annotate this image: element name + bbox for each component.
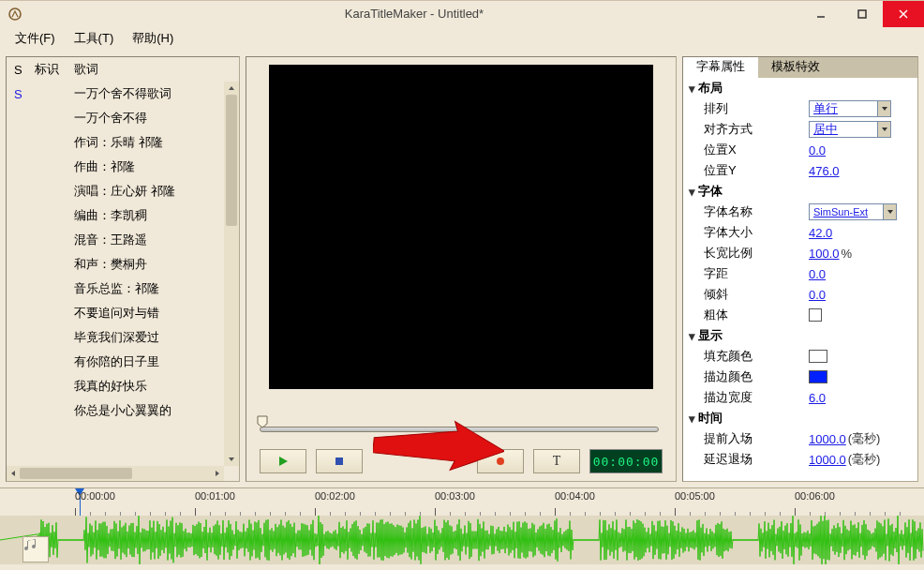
- scroll-thumb[interactable]: [20, 468, 132, 479]
- lyrics-row[interactable]: 有你陪的日子里: [7, 350, 224, 374]
- waveform[interactable]: [0, 516, 924, 564]
- prop-group-font[interactable]: ▾字体: [683, 181, 917, 202]
- audio-track-icon[interactable]: [22, 536, 49, 562]
- minimize-button[interactable]: [800, 1, 842, 27]
- lyrics-row[interactable]: 我真的好快乐: [7, 374, 224, 398]
- font-bold-checkbox[interactable]: [809, 308, 822, 322]
- record-icon: [495, 456, 506, 467]
- video-preview[interactable]: [269, 65, 653, 389]
- lyrics-header: S 标识 歌词: [7, 57, 239, 82]
- title-bar: KaraTitleMaker - Untitled*: [0, 0, 924, 26]
- record-button[interactable]: [477, 449, 524, 473]
- maximize-button[interactable]: [842, 1, 883, 27]
- lyrics-col-mark[interactable]: 标识: [35, 61, 74, 78]
- svg-point-6: [497, 458, 504, 465]
- scroll-up-arrow-icon[interactable]: [224, 82, 239, 95]
- lyrics-row[interactable]: 音乐总监：祁隆: [7, 277, 224, 301]
- font-size-value[interactable]: 42.0: [809, 226, 832, 240]
- stop-button[interactable]: [316, 449, 363, 473]
- lyrics-list[interactable]: S一万个舍不得歌词一万个舍不得作词：乐晴 祁隆作曲：祁隆演唱：庄心妍 祁隆编曲：…: [7, 82, 239, 481]
- time-delay-value[interactable]: 1000.0: [809, 453, 846, 467]
- menu-file[interactable]: 文件(F): [6, 26, 65, 51]
- lyrics-row[interactable]: 你总是小心翼翼的: [7, 398, 224, 423]
- svg-rect-2: [858, 10, 866, 18]
- lyrics-row[interactable]: S一万个舍不得歌词: [7, 82, 224, 106]
- menu-help[interactable]: 帮助(H): [123, 26, 183, 51]
- text-icon: T: [553, 454, 561, 469]
- app-icon: [7, 7, 22, 22]
- preview-panel: T 00:00:00: [246, 56, 677, 482]
- tab-template-fx[interactable]: 模板特效: [758, 57, 833, 78]
- collapse-icon[interactable]: ▾: [685, 329, 698, 343]
- arrange-select[interactable]: 单行: [809, 100, 891, 117]
- lyrics-row[interactable]: 作曲：祁隆: [7, 155, 224, 179]
- prop-label: 对齐方式: [704, 121, 809, 138]
- lyrics-row[interactable]: 和声：樊桐舟: [7, 252, 224, 277]
- properties-panel: 字幕属性 模板特效 ▾布局 排列 单行 对齐方式 居中 位置X0.0 位置Y47…: [682, 56, 918, 482]
- play-icon: [277, 456, 289, 467]
- lyrics-row[interactable]: 不要追问对与错: [7, 301, 224, 325]
- prop-label: 字体名称: [704, 203, 809, 220]
- prop-label: 描边宽度: [704, 389, 809, 406]
- prop-label: 延迟退场: [704, 451, 809, 468]
- lyrics-scrollbar-vertical[interactable]: [224, 82, 239, 466]
- time-lead-value[interactable]: 1000.0: [809, 432, 846, 446]
- menu-tools[interactable]: 工具(T): [65, 26, 124, 51]
- lyrics-row[interactable]: 一万个舍不得: [7, 106, 224, 130]
- chevron-down-icon[interactable]: [883, 204, 896, 219]
- collapse-icon[interactable]: ▾: [685, 412, 698, 426]
- close-button[interactable]: [883, 1, 924, 27]
- properties-body[interactable]: ▾布局 排列 单行 对齐方式 居中 位置X0.0 位置Y476.0 ▾字体 字体…: [683, 78, 917, 481]
- window-title: KaraTitleMaker - Untitled*: [28, 7, 800, 21]
- playback-controls: T 00:00:00: [256, 449, 666, 475]
- tab-subtitle-props[interactable]: 字幕属性: [683, 57, 758, 78]
- posy-value[interactable]: 476.0: [809, 164, 840, 178]
- font-spacing-value[interactable]: 0.0: [809, 267, 826, 281]
- posx-value[interactable]: 0.0: [809, 143, 826, 158]
- chevron-down-icon[interactable]: [877, 122, 890, 137]
- prop-label: 描边颜色: [704, 368, 809, 385]
- scroll-left-arrow-icon[interactable]: [7, 466, 20, 481]
- scroll-right-arrow-icon[interactable]: [211, 466, 224, 481]
- prop-group-layout[interactable]: ▾布局: [683, 78, 917, 98]
- prop-label: 长宽比例: [704, 245, 809, 262]
- properties-tabstrip: 字幕属性 模板特效: [683, 57, 917, 78]
- lyrics-row[interactable]: 编曲：李凯稠: [7, 203, 224, 228]
- prop-label: 位置Y: [704, 162, 809, 179]
- scroll-thumb[interactable]: [226, 95, 237, 226]
- timeline-ruler[interactable]: 00:00:0000:01:0000:02:0000:03:0000:04:00…: [0, 488, 924, 516]
- stop-icon: [334, 456, 345, 467]
- lyrics-row[interactable]: 作词：乐晴 祁隆: [7, 130, 224, 155]
- prop-label: 填充颜色: [704, 348, 809, 365]
- text-button[interactable]: T: [533, 449, 580, 473]
- font-name-select[interactable]: SimSun-Ext: [809, 203, 897, 220]
- collapse-icon[interactable]: ▾: [685, 82, 698, 96]
- lyrics-row[interactable]: 毕竟我们深爱过: [7, 325, 224, 350]
- seek-handle[interactable]: [256, 415, 269, 428]
- timeline[interactable]: 00:00:0000:01:0000:02:0000:03:0000:04:00…: [0, 488, 924, 564]
- fill-color-swatch[interactable]: [809, 350, 827, 363]
- prop-label: 粗体: [704, 307, 809, 323]
- lyrics-col-lyric[interactable]: 歌词: [74, 61, 235, 78]
- lyrics-scrollbar-horizontal[interactable]: [7, 466, 224, 481]
- font-aspect-value[interactable]: 100.0: [809, 247, 840, 261]
- collapse-icon[interactable]: ▾: [685, 185, 698, 199]
- stroke-color-swatch[interactable]: [809, 370, 827, 383]
- play-button[interactable]: [260, 449, 306, 473]
- menu-bar: 文件(F) 工具(T) 帮助(H): [0, 26, 924, 51]
- font-skew-value[interactable]: 0.0: [809, 288, 826, 302]
- prop-label: 排列: [704, 100, 809, 117]
- chevron-down-icon[interactable]: [877, 101, 890, 116]
- lyrics-row[interactable]: 混音：王路遥: [7, 228, 224, 252]
- scroll-down-arrow-icon[interactable]: [224, 453, 239, 466]
- lyrics-col-s[interactable]: S: [10, 63, 35, 77]
- prop-group-display[interactable]: ▾显示: [683, 325, 917, 346]
- seek-slider[interactable]: [256, 415, 666, 436]
- prop-label: 字距: [704, 265, 809, 282]
- stroke-width-value[interactable]: 6.0: [809, 391, 826, 405]
- lyrics-row[interactable]: 演唱：庄心妍 祁隆: [7, 179, 224, 203]
- align-select[interactable]: 居中: [809, 121, 891, 138]
- prop-label: 倾斜: [704, 286, 809, 303]
- prop-group-time[interactable]: ▾时间: [683, 408, 917, 428]
- prop-label: 提前入场: [704, 430, 809, 447]
